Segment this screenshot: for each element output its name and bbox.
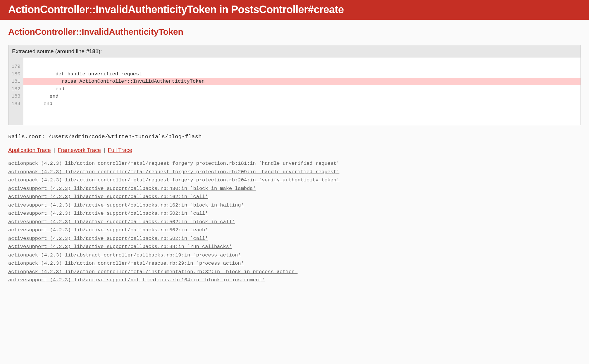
- trace-line[interactable]: activesupport (4.2.3) lib/active_support…: [8, 235, 581, 242]
- line-number: 184: [11, 100, 20, 108]
- line-number: 181: [11, 78, 20, 85]
- page-title: ActionController::InvalidAuthenticityTok…: [8, 4, 581, 16]
- line-number: 179: [11, 63, 20, 70]
- code-line: end: [23, 100, 581, 108]
- application-trace-link[interactable]: Application Trace: [8, 147, 51, 153]
- trace-separator: |: [104, 147, 105, 153]
- trace-line[interactable]: activesupport (4.2.3) lib/active_support…: [8, 243, 581, 251]
- trace-line[interactable]: activesupport (4.2.3) lib/active_support…: [8, 276, 581, 284]
- source-header-prefix: Extracted source (around line: [12, 48, 86, 54]
- trace-line[interactable]: actionpack (4.2.3) lib/action_controller…: [8, 168, 581, 176]
- trace-line[interactable]: activesupport (4.2.3) lib/active_support…: [8, 226, 581, 234]
- line-numbers-gutter: 179180181182183184: [8, 58, 23, 125]
- trace-line[interactable]: actionpack (4.2.3) lib/action_controller…: [8, 268, 581, 276]
- full-trace-link[interactable]: Full Trace: [108, 147, 132, 153]
- code-line: end: [23, 93, 581, 100]
- rails-root-path: Rails.root: /Users/admin/code/written-tu…: [8, 134, 581, 140]
- code-line: [23, 63, 581, 70]
- code-line: end: [23, 85, 581, 93]
- code-wrapper: 179180181182183184 def handle_unverified…: [8, 58, 581, 125]
- stack-trace-list: actionpack (4.2.3) lib/action_controller…: [8, 160, 581, 284]
- extracted-source-box: Extracted source (around line #181): 179…: [8, 45, 581, 125]
- trace-line[interactable]: actionpack (4.2.3) lib/action_controller…: [8, 260, 581, 267]
- line-number: 183: [11, 93, 20, 100]
- line-number: 182: [11, 85, 20, 93]
- trace-separator: |: [54, 147, 55, 153]
- framework-trace-link[interactable]: Framework Trace: [58, 147, 101, 153]
- trace-line[interactable]: activesupport (4.2.3) lib/active_support…: [8, 202, 581, 209]
- line-number: 180: [11, 70, 20, 78]
- code-lines: def handle_unverified_request raise Acti…: [23, 58, 581, 125]
- trace-line[interactable]: activesupport (4.2.3) lib/active_support…: [8, 193, 581, 201]
- trace-tabs: Application Trace | Framework Trace | Fu…: [8, 147, 581, 153]
- source-header-line: #181: [86, 48, 98, 54]
- trace-line[interactable]: actionpack (4.2.3) lib/action_controller…: [8, 176, 581, 184]
- code-line: def handle_unverified_request: [23, 70, 581, 78]
- source-header-suffix: ):: [99, 48, 102, 54]
- code-line: raise ActionController::InvalidAuthentic…: [23, 78, 581, 85]
- error-header: ActionController::InvalidAuthenticityTok…: [0, 0, 589, 20]
- exception-title: ActionController::InvalidAuthenticityTok…: [8, 27, 581, 37]
- trace-line[interactable]: activesupport (4.2.3) lib/active_support…: [8, 218, 581, 226]
- trace-line[interactable]: activesupport (4.2.3) lib/active_support…: [8, 185, 581, 193]
- trace-line[interactable]: actionpack (4.2.3) lib/abstract_controll…: [8, 252, 581, 259]
- trace-line[interactable]: actionpack (4.2.3) lib/action_controller…: [8, 160, 581, 167]
- error-container: ActionController::InvalidAuthenticityTok…: [0, 27, 589, 284]
- extracted-source-header: Extracted source (around line #181):: [8, 45, 581, 58]
- trace-line[interactable]: activesupport (4.2.3) lib/active_support…: [8, 210, 581, 217]
